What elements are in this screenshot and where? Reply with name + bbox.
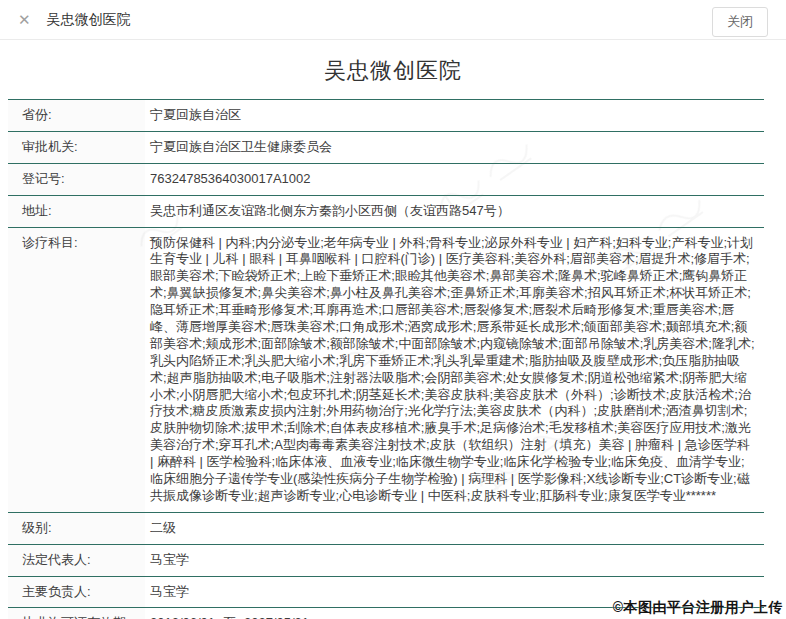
close-icon[interactable]: ✕: [18, 12, 31, 27]
field-value: 马宝学: [145, 545, 764, 576]
top-bar: ✕ 吴忠微创医院 关闭: [0, 0, 786, 40]
table-row-province: 省份: 宁夏回族自治区: [8, 100, 764, 132]
table-row-level: 级别: 二级: [8, 513, 764, 545]
table-row-medical-subjects: 诊疗科目: 预防保健科 | 内科;内分泌专业;老年病专业 | 外科;骨科专业;泌…: [8, 228, 764, 513]
field-value: 预防保健科 | 内科;内分泌专业;老年病专业 | 外科;骨科专业;泌尿外科专业 …: [145, 228, 764, 512]
hospital-title: 吴忠微创医院: [0, 56, 786, 86]
field-value: 宁夏回族自治区: [145, 100, 764, 131]
field-label: 级别:: [8, 513, 145, 544]
field-label: 审批机关:: [8, 132, 145, 163]
table-row-legal-representative: 法定代表人: 马宝学: [8, 545, 764, 577]
field-value: 二级: [145, 513, 764, 544]
copyright-notice: ©本图由平台注册用户上传: [613, 599, 783, 617]
close-button[interactable]: 关闭: [712, 7, 768, 37]
table-row-approval-authority: 审批机关: 宁夏回族自治区卫生健康委员会: [8, 132, 764, 164]
table-row-registration-number: 登记号: 76324785364030017A1002: [8, 164, 764, 196]
field-label: 登记号:: [8, 164, 145, 195]
table-row-address: 地址: 吴忠市利通区友谊路北侧东方秦韵小区西侧（友谊西路547号）: [8, 196, 764, 228]
window-title: 吴忠微创医院: [47, 11, 131, 29]
field-label: 地址:: [8, 196, 145, 227]
field-label: 诊疗科目:: [8, 228, 145, 512]
field-label: 主要负责人:: [8, 577, 145, 608]
field-value: 宁夏回族自治区卫生健康委员会: [145, 132, 764, 163]
info-table: 省份: 宁夏回族自治区 审批机关: 宁夏回族自治区卫生健康委员会 登记号: 76…: [8, 99, 764, 619]
field-value: 76324785364030017A1002: [145, 164, 764, 195]
field-label: 法定代表人:: [8, 545, 145, 576]
field-value: 吴忠市利通区友谊路北侧东方秦韵小区西侧（友谊西路547号）: [145, 196, 764, 227]
field-label: 执业许可证有效期:: [8, 608, 145, 619]
field-label: 省份:: [8, 100, 145, 131]
